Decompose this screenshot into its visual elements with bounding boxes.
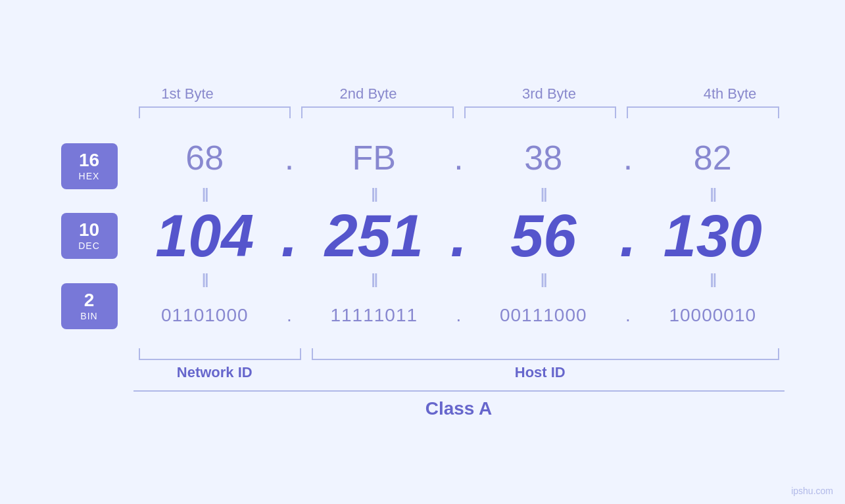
values-grid: 68 . FB . 38 . 82 (133, 131, 785, 342)
top-bracket-2 (301, 106, 454, 118)
content-area: 16 HEX 10 DEC 2 BIN 68 . (61, 131, 785, 342)
dec-val-2: 251 (325, 202, 423, 270)
dec-val-1: 104 (155, 202, 254, 270)
equals2-2: || (372, 275, 377, 283)
eq-cell-3: || (472, 190, 616, 197)
bin-cell-3: 00111000 (472, 305, 616, 326)
dec-cell-4: 130 (641, 202, 785, 270)
bin-cell-2: 11111011 (302, 305, 446, 326)
dec-base-num: 10 (79, 221, 99, 239)
dec-cell-2: 251 (302, 202, 446, 270)
dec-val-4: 130 (664, 202, 762, 270)
hex-row: 68 . FB . 38 . 82 (133, 131, 785, 184)
eq2-cell-3: || (472, 275, 616, 283)
bin-badge: 2 BIN (61, 283, 118, 329)
class-label: Class A (425, 398, 493, 419)
hex-base-name: HEX (79, 171, 100, 181)
id-labels-row: Network ID Host ID (133, 364, 785, 381)
dec-cell-3: 56 (472, 202, 616, 270)
bin-cell-1: 01101000 (133, 305, 277, 326)
hex-dot-2: . (446, 138, 472, 177)
dec-dot-1: . (276, 202, 302, 270)
bottom-brackets-row (133, 348, 785, 360)
bin-dot-1: . (276, 305, 302, 326)
host-id-label: Host ID (296, 364, 785, 381)
bin-val-3: 00111000 (500, 305, 587, 326)
bin-dot-2: . (446, 305, 472, 326)
equals2-1: || (202, 275, 207, 283)
equals-4: || (710, 190, 715, 197)
top-bracket-3 (464, 106, 617, 118)
hex-base-num: 16 (79, 151, 99, 170)
equals-3: || (541, 190, 546, 197)
bin-val-2: 11111011 (330, 305, 418, 326)
bin-row: 01101000 . 11111011 . 00111000 . (133, 289, 785, 342)
top-bracket-1 (139, 106, 291, 118)
dec-row: 104 . 251 . 56 . 130 (133, 204, 785, 269)
eq-cell-1: || (133, 190, 277, 197)
equals-row-1: || || || || (133, 184, 785, 204)
watermark: ipshu.com (791, 486, 833, 496)
bottom-bracket-network (139, 348, 302, 360)
hex-val-2: FB (352, 138, 396, 177)
bin-val-1: 01101000 (161, 305, 249, 326)
hex-cell-3: 38 (472, 138, 616, 177)
dec-badge: 10 DEC (61, 213, 118, 259)
main-container: 1st Byte 2nd Byte 3rd Byte 4th Byte 16 H… (61, 85, 785, 419)
bottom-bracket-host (312, 348, 779, 360)
bin-val-4: 10000010 (669, 305, 756, 326)
top-brackets-row (133, 106, 785, 118)
equals2-3: || (541, 275, 546, 283)
eq2-cell-2: || (302, 275, 446, 283)
dec-base-name: DEC (78, 241, 100, 251)
base-labels: 16 HEX 10 DEC 2 BIN (61, 131, 124, 342)
class-row: Class A (133, 390, 785, 419)
bin-dot-3: . (615, 305, 641, 326)
bin-base-name: BIN (80, 311, 97, 321)
equals-row-2: || || || || (133, 269, 785, 289)
eq-cell-2: || (302, 190, 446, 197)
hex-val-4: 82 (694, 138, 732, 177)
hex-dot-3: . (615, 138, 641, 177)
equals-1: || (202, 190, 207, 197)
bin-base-num: 2 (84, 291, 95, 309)
dec-val-3: 56 (510, 202, 576, 270)
hex-cell-4: 82 (641, 138, 785, 177)
byte-label-3: 3rd Byte (459, 85, 640, 103)
hex-badge: 16 HEX (61, 143, 118, 189)
eq2-cell-1: || (133, 275, 277, 283)
byte-label-1: 1st Byte (97, 85, 278, 103)
top-bracket-4 (627, 106, 779, 118)
hex-cell-2: FB (302, 138, 446, 177)
hex-cell-1: 68 (133, 138, 277, 177)
eq2-cell-4: || (641, 275, 785, 283)
byte-label-4: 4th Byte (640, 85, 821, 103)
dec-dot-3: . (615, 202, 641, 270)
eq-cell-4: || (641, 190, 785, 197)
hex-dot-1: . (276, 138, 302, 177)
dec-dot-2: . (446, 202, 472, 270)
equals-2: || (372, 190, 377, 197)
hex-val-3: 38 (524, 138, 562, 177)
byte-label-2: 2nd Byte (278, 85, 459, 103)
bin-cell-4: 10000010 (641, 305, 785, 326)
dec-cell-1: 104 (133, 202, 277, 270)
equals2-4: || (710, 275, 715, 283)
network-id-label: Network ID (133, 364, 297, 381)
byte-labels-row: 1st Byte 2nd Byte 3rd Byte 4th Byte (97, 85, 821, 103)
hex-val-1: 68 (185, 138, 224, 177)
